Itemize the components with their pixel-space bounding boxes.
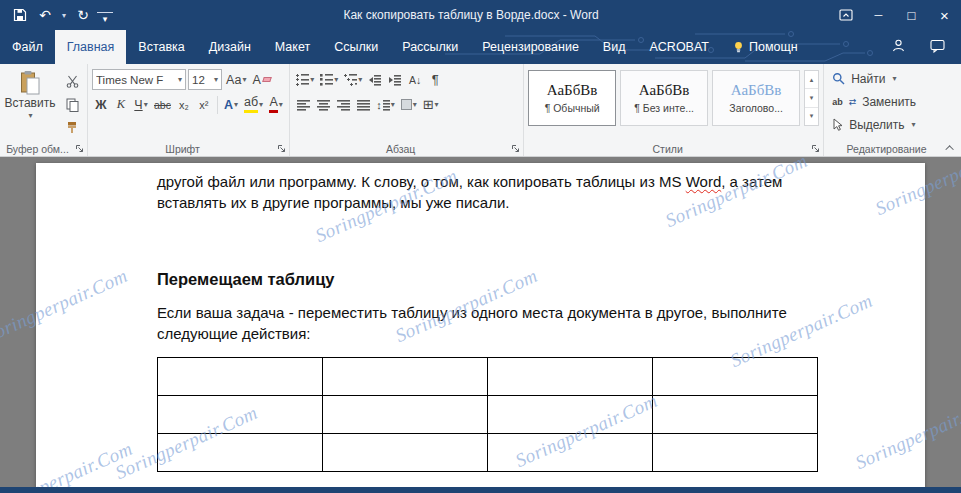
redo-icon[interactable]: ↻: [72, 0, 94, 30]
copy-icon: [66, 98, 79, 112]
show-formatting-marks-button[interactable]: ¶: [426, 69, 444, 91]
table-cell[interactable]: [158, 396, 323, 434]
align-left-button[interactable]: [294, 94, 312, 116]
font-size-select[interactable]: 12 ▾: [188, 69, 222, 90]
clipboard-dialog-launcher-icon[interactable]: [73, 142, 85, 154]
styles-more-icon[interactable]: ▾: [805, 108, 818, 125]
table-cell[interactable]: [488, 396, 653, 434]
close-icon[interactable]: ×: [928, 0, 961, 30]
styles-scroll-down-icon[interactable]: ▾: [805, 89, 818, 107]
document-table[interactable]: [157, 357, 818, 472]
font-name-select[interactable]: Times New F ▾: [92, 69, 186, 90]
table-cell[interactable]: [323, 434, 488, 472]
tab-file[interactable]: Файл: [0, 30, 55, 64]
justify-button[interactable]: [354, 94, 372, 116]
styles-scroll-up-icon[interactable]: ▴: [805, 71, 818, 89]
strikethrough-button[interactable]: abc: [152, 94, 173, 116]
text-effects-button[interactable]: А ▾: [222, 94, 240, 116]
table-cell[interactable]: [158, 358, 323, 396]
tab-view[interactable]: Вид: [591, 30, 638, 64]
save-icon-glyph: [13, 8, 27, 22]
tab-insert[interactable]: Вставка: [126, 30, 196, 64]
tab-help[interactable]: Помощн: [721, 30, 810, 64]
font-color-label: А: [269, 96, 277, 113]
paragraph-1[interactable]: другой файл или программу. К слову, о то…: [157, 171, 821, 213]
sort-button[interactable]: А↓: [406, 69, 424, 91]
tab-layout[interactable]: Макет: [263, 30, 322, 64]
style-heading1[interactable]: АаБбВв Заголово...: [712, 70, 800, 126]
subscript-button[interactable]: x₂: [175, 94, 193, 116]
paste-button[interactable]: Вставить ▾: [4, 67, 56, 137]
tab-design[interactable]: Дизайн: [197, 30, 263, 64]
document-page[interactable]: другой файл или программу. К слову, о то…: [36, 163, 925, 487]
highlight-caret-icon: ▾: [259, 100, 263, 109]
select-button[interactable]: Выделить ▾: [832, 115, 957, 134]
save-icon[interactable]: [9, 0, 31, 30]
tab-review[interactable]: Рецензирование: [470, 30, 591, 64]
feedback-icon[interactable]: [930, 39, 945, 56]
maximize-icon[interactable]: □: [895, 0, 928, 30]
tab-acrobat[interactable]: ACROBAT: [637, 30, 721, 64]
table-cell[interactable]: [653, 434, 818, 472]
paragraph-dialog-launcher-icon[interactable]: [509, 142, 521, 154]
multilevel-caret-icon: ▾: [358, 75, 362, 84]
highlight-button[interactable]: аб ▾: [242, 94, 265, 116]
increase-indent-button[interactable]: [386, 69, 404, 91]
bold-button[interactable]: Ж: [92, 94, 110, 116]
font-color-button[interactable]: А ▾: [267, 94, 285, 116]
styles-scrollbar: ▴ ▾ ▾: [804, 70, 819, 126]
titlebar: ↶ ▾ ↻ ▾ Как скопировать таблицу в Ворде.…: [0, 0, 961, 30]
paragraph-2[interactable]: Если ваша задача - переместить таблицу и…: [157, 302, 821, 344]
tab-references[interactable]: Ссылки: [322, 30, 390, 64]
undo-icon[interactable]: ↶: [34, 0, 56, 30]
tab-home[interactable]: Главная: [55, 30, 127, 64]
italic-button[interactable]: К: [112, 94, 130, 116]
scissors-icon: [66, 75, 79, 88]
shading-button[interactable]: ▾: [399, 94, 419, 116]
find-caret-icon: ▾: [892, 74, 896, 83]
table-cell[interactable]: [488, 358, 653, 396]
table-cell[interactable]: [488, 434, 653, 472]
ribbon-display-options-icon[interactable]: [829, 0, 862, 30]
find-button[interactable]: Найти ▾: [832, 69, 957, 88]
change-case-button[interactable]: Аа ▾: [224, 69, 248, 91]
qat-customize-icon[interactable]: ▾: [97, 12, 113, 24]
numbering-button[interactable]: ▾: [318, 69, 340, 91]
table-cell[interactable]: [323, 358, 488, 396]
borders-button[interactable]: ⊞▾: [421, 94, 441, 116]
table-cell[interactable]: [158, 434, 323, 472]
clear-formatting-button[interactable]: А: [250, 69, 272, 91]
font-dialog-launcher-icon[interactable]: [275, 142, 287, 154]
align-center-button[interactable]: [314, 94, 332, 116]
tab-mailings[interactable]: Рассылки: [390, 30, 470, 64]
style-normal[interactable]: АаБбВв ¶ Обычный: [528, 70, 616, 126]
replace-button[interactable]: ab ⇄ Заменить: [832, 92, 957, 111]
collapse-ribbon-icon[interactable]: [946, 143, 955, 152]
table-cell[interactable]: [653, 358, 818, 396]
underline-button[interactable]: Ч ▾: [132, 94, 150, 116]
undo-dropdown-icon[interactable]: ▾: [59, 0, 69, 30]
table-cell[interactable]: [323, 396, 488, 434]
table-cell[interactable]: [653, 396, 818, 434]
style-no-spacing[interactable]: АаБбВв ¶ Без инте...: [620, 70, 708, 126]
format-painter-button[interactable]: [61, 118, 83, 137]
decrease-indent-button[interactable]: [366, 69, 384, 91]
font-size-value: 12: [192, 74, 212, 86]
line-spacing-icon: ↕: [376, 99, 382, 111]
superscript-button[interactable]: x²: [195, 94, 213, 116]
copy-button[interactable]: [61, 95, 83, 114]
line-spacing-button[interactable]: ↕▾: [374, 94, 397, 116]
ribbon: Вставить ▾ Буфер обм...: [0, 64, 961, 157]
account-icon[interactable]: [891, 38, 906, 56]
table-row: [158, 396, 818, 434]
minimize-icon[interactable]: ─: [862, 0, 895, 30]
bullets-button[interactable]: ▾: [294, 69, 316, 91]
editing-group: Найти ▾ ab ⇄ Заменить Выделить ▾ Редакти…: [824, 64, 961, 156]
tab-references-label: Ссылки: [334, 40, 378, 54]
styles-dialog-launcher-icon[interactable]: [809, 142, 821, 154]
align-right-button[interactable]: [334, 94, 352, 116]
cut-button[interactable]: [61, 72, 83, 91]
multilevel-list-button[interactable]: ▾: [342, 69, 364, 91]
document-heading[interactable]: Перемещаем таблицу: [157, 269, 821, 290]
tab-acrobat-label: ACROBAT: [649, 40, 709, 54]
